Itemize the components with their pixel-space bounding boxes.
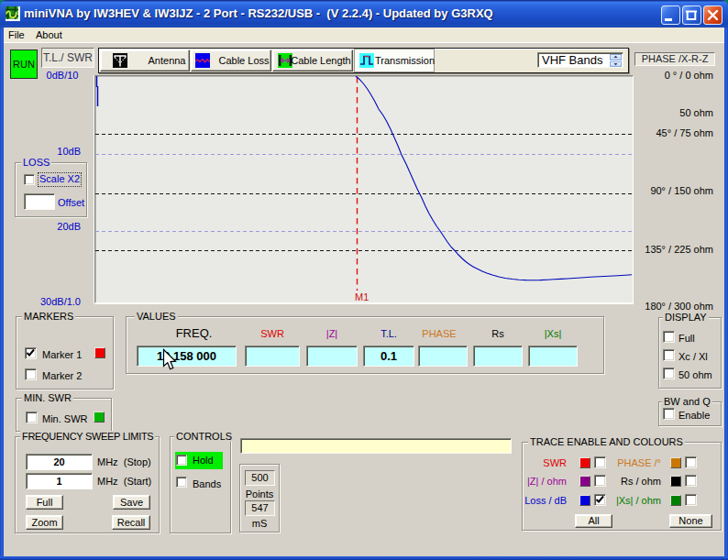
svg-text:M1: M1 <box>355 291 369 302</box>
